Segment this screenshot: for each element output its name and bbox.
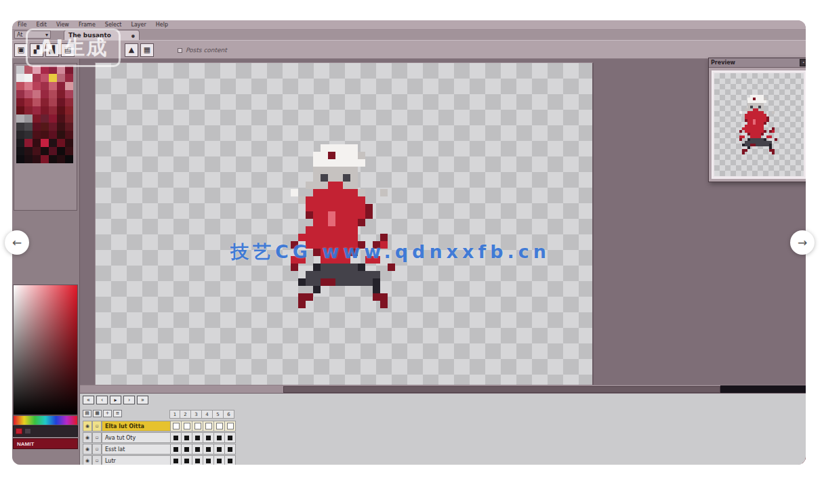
palette-swatch[interactable] [33, 131, 41, 139]
layer-visibility-toggle[interactable]: ◉ [83, 432, 92, 443]
palette-swatch[interactable] [41, 90, 49, 98]
frame-number[interactable]: 2 [180, 410, 191, 419]
frame-cell[interactable] [214, 455, 225, 465]
pixel-art-sprite[interactable] [283, 144, 410, 308]
frame-cell[interactable] [214, 421, 225, 432]
frame-cell[interactable] [214, 432, 225, 443]
frame-cell[interactable] [192, 455, 203, 465]
palette-swatch[interactable] [57, 82, 65, 90]
frame-number[interactable]: 4 [202, 410, 213, 419]
frame-cell[interactable] [182, 421, 192, 432]
palette-swatch[interactable] [16, 123, 24, 131]
image-icon[interactable]: ▲ [125, 43, 138, 57]
color-picker-gradient[interactable] [13, 285, 78, 415]
menu-item-view[interactable]: View [56, 22, 69, 28]
layer-lock-toggle[interactable]: ▫ [92, 421, 102, 432]
palette-swatch[interactable] [16, 114, 24, 123]
timeline-options-icon[interactable]: ≡ [113, 410, 122, 417]
palette-swatch[interactable] [24, 139, 33, 147]
layer-lock-toggle[interactable]: ▫ [92, 455, 102, 465]
frame-cell[interactable] [203, 444, 214, 455]
palette-swatch[interactable] [41, 139, 49, 147]
palette-swatch[interactable] [65, 147, 73, 155]
palette-swatch[interactable] [65, 90, 73, 98]
palette-swatch[interactable] [16, 106, 24, 114]
preview-title-bar[interactable]: Preview ▪ [709, 58, 806, 68]
palette-swatch[interactable] [41, 98, 49, 106]
layer-frames[interactable] [171, 432, 236, 443]
frame-number[interactable]: 6 [224, 410, 234, 419]
palette-swatch[interactable] [16, 147, 24, 155]
layer-visibility-toggle[interactable]: ◉ [83, 444, 92, 455]
palette-swatch[interactable] [33, 106, 41, 114]
layer-name[interactable]: Ava tut Oty [102, 432, 171, 443]
frame-number[interactable]: 1 [169, 410, 180, 419]
layer-row[interactable]: ◉ ▫ Lutr [83, 455, 236, 465]
palette-swatch[interactable] [41, 155, 49, 163]
layer-frames[interactable] [171, 455, 236, 465]
palette-swatch[interactable] [24, 123, 33, 131]
palette-swatch[interactable] [24, 106, 33, 114]
palette-swatch[interactable] [57, 114, 65, 123]
canvas-area[interactable] [80, 59, 806, 385]
frame-number[interactable]: 5 [213, 410, 224, 419]
palette-swatch[interactable] [16, 66, 24, 74]
frame-number[interactable]: 3 [191, 410, 202, 419]
frame-cell[interactable] [192, 421, 203, 432]
next-frame-icon[interactable]: › [123, 396, 135, 404]
layer-row[interactable]: ◉ ▫ Elta lut Oitta [83, 421, 236, 432]
palette-swatch[interactable] [57, 147, 65, 155]
layer-lock-toggle[interactable]: ▫ [92, 444, 102, 455]
palette-swatch[interactable] [41, 123, 49, 131]
prev-frame-icon[interactable]: ‹ [96, 396, 108, 404]
layer-visibility-toggle[interactable]: ◉ [83, 421, 92, 432]
horizontal-scrollbar[interactable] [80, 385, 806, 393]
palette-swatch[interactable] [24, 131, 33, 139]
palette-swatch[interactable] [33, 139, 41, 147]
palette-swatch[interactable] [49, 131, 57, 139]
palette-swatch[interactable] [41, 147, 49, 155]
palette-options-button[interactable]: NAMIT [13, 438, 78, 449]
palette-swatch[interactable] [49, 98, 57, 106]
palette-swatch[interactable] [33, 147, 41, 155]
menu-item-layer[interactable]: Layer [131, 22, 146, 28]
frame-cell[interactable] [171, 455, 182, 465]
palette-swatch[interactable] [24, 155, 33, 163]
palette-swatch[interactable] [24, 114, 33, 123]
palette-swatch[interactable] [16, 155, 24, 163]
new-layer-icon[interactable]: + [103, 410, 112, 417]
horizontal-scrollbar-handle[interactable] [283, 386, 720, 393]
layer-row[interactable]: ◉ ▫ Ava tut Oty [83, 432, 236, 443]
palette-swatch[interactable] [49, 90, 57, 98]
palette-swatch[interactable] [33, 114, 41, 123]
palette-swatch[interactable] [41, 106, 49, 114]
frame-cell[interactable] [214, 444, 225, 455]
palette-swatch[interactable] [41, 131, 49, 139]
palette-swatch[interactable] [24, 82, 33, 90]
menu-item-frame[interactable]: Frame [79, 22, 96, 28]
menu-item-select[interactable]: Select [105, 22, 122, 28]
layer-name[interactable]: Lutr [102, 455, 171, 465]
frame-cell[interactable] [192, 444, 203, 455]
palette-swatch[interactable] [65, 82, 73, 90]
frame-cell[interactable] [192, 432, 203, 443]
layer-name[interactable]: Elta lut Oitta [102, 421, 171, 432]
menu-item-help[interactable]: Help [156, 22, 168, 28]
palette-swatch[interactable] [49, 123, 57, 131]
frame-cell[interactable] [225, 444, 236, 455]
palette-swatch[interactable] [49, 155, 57, 163]
palette-swatch[interactable] [65, 155, 73, 163]
palette-swatch[interactable] [33, 123, 41, 131]
hint-checkbox-icon[interactable] [178, 48, 182, 53]
palette-swatch[interactable] [57, 139, 65, 147]
palette-swatch[interactable] [33, 155, 41, 163]
frame-cell[interactable] [225, 432, 236, 443]
palette-swatch[interactable] [24, 98, 33, 106]
play-icon[interactable]: ▸ [110, 396, 121, 404]
frame-cell[interactable] [225, 455, 236, 465]
palette-swatch[interactable] [16, 82, 24, 90]
frame-cell[interactable] [171, 421, 182, 432]
frame-cell[interactable] [182, 444, 192, 455]
menu-item-file[interactable]: File [18, 22, 26, 28]
frame-cell[interactable] [225, 421, 236, 432]
